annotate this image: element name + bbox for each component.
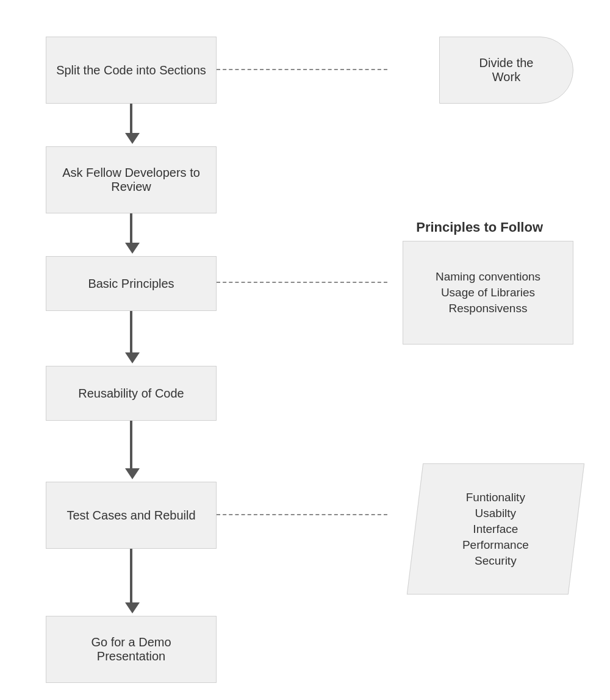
- arrowhead-2: [125, 243, 140, 254]
- divide-work-box: Divide theWork: [439, 37, 573, 104]
- test-criteria-item-3: Interface: [473, 523, 518, 536]
- ask-fellow-box: Ask Fellow Developers to Review: [46, 146, 217, 213]
- principles-item-1: Naming conventions: [436, 270, 540, 284]
- arrow-5: [130, 549, 132, 604]
- split-code-label: Split the Code into Sections: [56, 63, 206, 77]
- split-code-box: Split the Code into Sections: [46, 37, 217, 104]
- diagram-container: Split the Code into Sections Ask Fellow …: [0, 0, 610, 700]
- divide-work-label: Divide theWork: [479, 56, 534, 84]
- reusability-box: Reusability of Code: [46, 366, 217, 421]
- arrow-3: [130, 311, 132, 354]
- principles-heading: Principles to Follow: [416, 220, 543, 235]
- dashed-line-1: [217, 69, 387, 70]
- dashed-line-3: [217, 514, 387, 515]
- principles-item-2: Usage of Libraries: [441, 286, 535, 299]
- arrow-2: [130, 213, 132, 244]
- test-criteria-item-5: Security: [475, 554, 517, 568]
- basic-principles-box: Basic Principles: [46, 256, 217, 311]
- arrowhead-5: [125, 602, 140, 613]
- principles-list-box: Naming conventions Usage of Libraries Re…: [403, 241, 573, 345]
- ask-fellow-label: Ask Fellow Developers to Review: [56, 166, 206, 194]
- arrow-4: [130, 421, 132, 470]
- test-criteria-item-4: Performance: [462, 538, 529, 552]
- test-criteria-box: Funtionality Usabilty Interface Performa…: [407, 463, 584, 595]
- test-cases-box: Test Cases and Rebuild: [46, 482, 217, 549]
- demo-box: Go for a Demo Presentation: [46, 616, 217, 683]
- basic-principles-label: Basic Principles: [88, 277, 174, 291]
- test-cases-label: Test Cases and Rebuild: [66, 509, 195, 523]
- arrowhead-1: [125, 133, 140, 144]
- dashed-line-2: [217, 282, 387, 283]
- arrowhead-4: [125, 468, 140, 479]
- test-criteria-item-2: Usabilty: [475, 507, 517, 520]
- arrow-1: [130, 104, 132, 134]
- demo-label: Go for a Demo Presentation: [56, 635, 206, 663]
- arrowhead-3: [125, 352, 140, 363]
- principles-to-follow-label: Principles to Follow: [416, 220, 543, 235]
- reusability-label: Reusability of Code: [78, 387, 184, 401]
- principles-item-3: Responsivenss: [449, 302, 528, 315]
- test-criteria-item-1: Funtionality: [466, 491, 525, 504]
